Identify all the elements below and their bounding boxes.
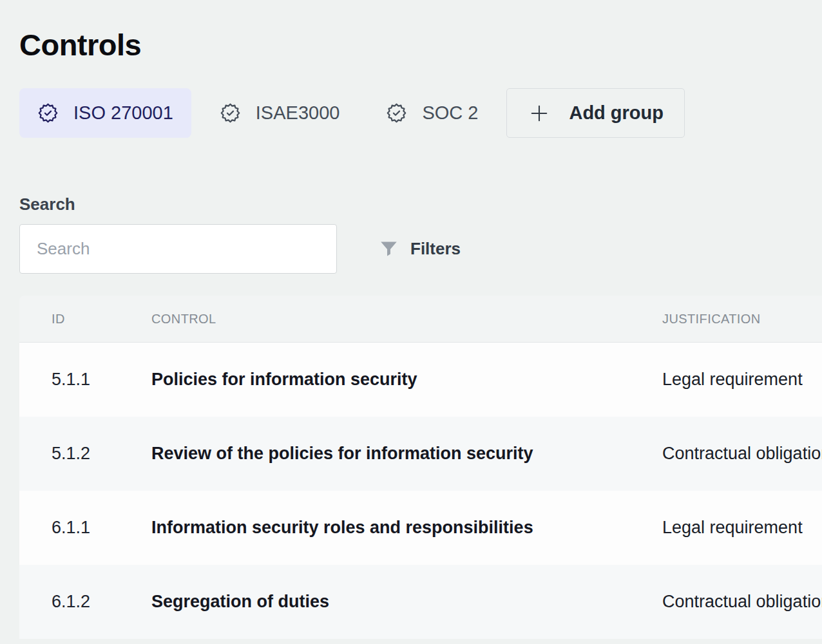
table-row[interactable]: 5.1.1 Policies for information security … bbox=[19, 343, 822, 417]
search-input[interactable] bbox=[19, 224, 337, 274]
table-row[interactable]: 6.1.1 Information security roles and res… bbox=[19, 491, 822, 565]
control-name: Segregation of duties bbox=[151, 592, 662, 612]
tab-label: SOC 2 bbox=[422, 102, 478, 124]
badge-check-icon bbox=[386, 102, 407, 124]
column-header-control: CONTROL bbox=[151, 312, 662, 327]
control-id: 6.1.1 bbox=[19, 518, 151, 538]
filter-funnel-icon bbox=[379, 239, 399, 259]
add-group-label: Add group bbox=[569, 102, 664, 124]
framework-tabs: ISO 270001 ISAE3000 SOC 2 Add group bbox=[19, 88, 822, 138]
table-row[interactable]: 6.1.2 Segregation of duties Contractual … bbox=[19, 565, 822, 639]
control-id: 5.1.1 bbox=[19, 370, 151, 390]
control-justification: Contractual obligation bbox=[662, 444, 822, 464]
table-header-row: ID CONTROL JUSTIFICATION bbox=[19, 296, 822, 343]
column-header-justification: JUSTIFICATION bbox=[662, 312, 822, 327]
filters-label: Filters bbox=[410, 239, 461, 259]
tab-soc-2[interactable]: SOC 2 bbox=[368, 88, 496, 138]
filters-button[interactable]: Filters bbox=[379, 239, 461, 259]
table-row[interactable]: 5.1.2 Review of the policies for informa… bbox=[19, 417, 822, 491]
controls-page: Controls ISO 270001 ISAE3000 SOC 2 bbox=[0, 27, 822, 639]
control-justification: Legal requirement bbox=[662, 370, 822, 390]
add-group-button[interactable]: Add group bbox=[506, 88, 685, 138]
badge-check-icon bbox=[37, 102, 59, 124]
control-justification: Contractual obligation bbox=[662, 592, 822, 612]
column-header-id: ID bbox=[19, 312, 151, 327]
control-justification: Legal requirement bbox=[662, 518, 822, 538]
tab-label: ISO 270001 bbox=[73, 102, 173, 124]
plus-icon bbox=[528, 102, 551, 125]
control-id: 5.1.2 bbox=[19, 444, 151, 464]
control-id: 6.1.2 bbox=[19, 592, 151, 612]
search-row: Filters bbox=[19, 224, 822, 274]
control-name: Policies for information security bbox=[151, 370, 662, 390]
badge-check-icon bbox=[220, 102, 241, 124]
tab-label: ISAE3000 bbox=[256, 102, 340, 124]
tab-isae3000[interactable]: ISAE3000 bbox=[202, 88, 358, 138]
control-name: Information security roles and responsib… bbox=[151, 518, 662, 538]
page-title: Controls bbox=[19, 27, 822, 62]
control-name: Review of the policies for information s… bbox=[151, 444, 662, 464]
controls-table: ID CONTROL JUSTIFICATION 5.1.1 Policies … bbox=[19, 296, 822, 639]
tab-iso-270001[interactable]: ISO 270001 bbox=[19, 88, 191, 138]
search-label: Search bbox=[19, 194, 822, 214]
